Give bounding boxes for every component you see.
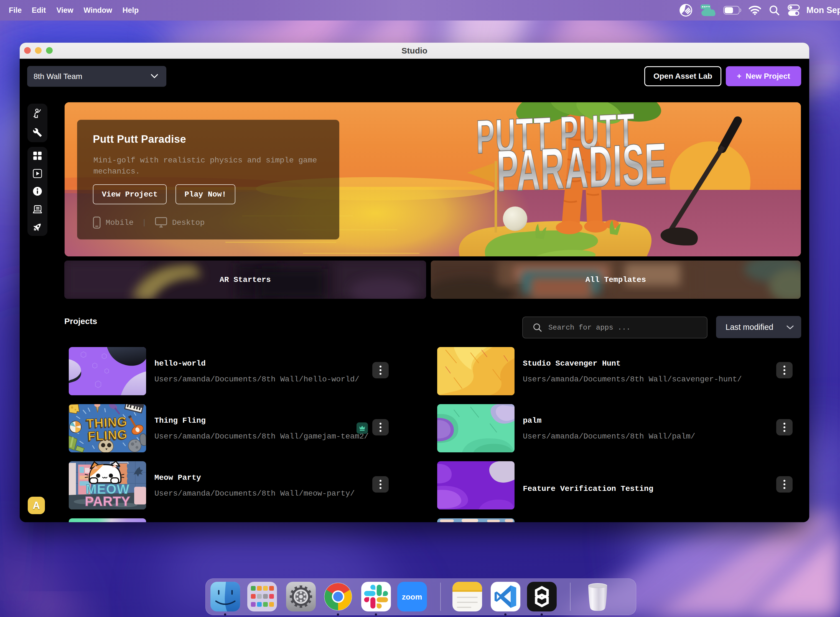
- svg-text:PARADISE: PARADISE: [496, 130, 667, 204]
- svg-text:PARTY: PARTY: [85, 494, 130, 509]
- svg-text:zoom: zoom: [402, 593, 422, 601]
- svg-text:FLING: FLING: [87, 427, 128, 443]
